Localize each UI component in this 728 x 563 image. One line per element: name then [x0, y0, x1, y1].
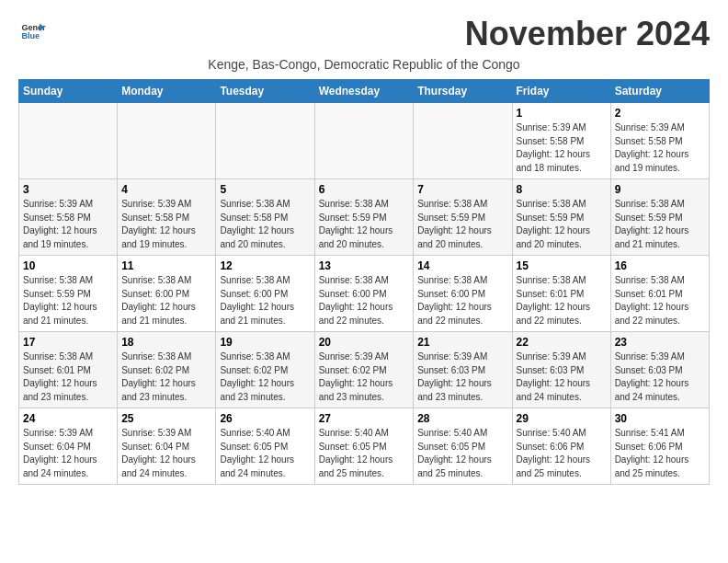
day-cell: [314, 103, 414, 179]
day-number: 25: [121, 412, 211, 425]
day-info: Sunrise: 5:39 AM Sunset: 6:03 PM Dayligh…: [517, 350, 607, 404]
day-cell: 10Sunrise: 5:38 AM Sunset: 5:59 PM Dayli…: [19, 256, 118, 332]
day-cell: 12Sunrise: 5:38 AM Sunset: 6:00 PM Dayli…: [216, 256, 314, 332]
day-cell: 2Sunrise: 5:39 AM Sunset: 5:58 PM Daylig…: [610, 103, 709, 179]
subtitle: Kenge, Bas-Congo, Democratic Republic of…: [18, 57, 710, 72]
day-cell: [414, 103, 512, 179]
day-cell: 17Sunrise: 5:38 AM Sunset: 6:01 PM Dayli…: [19, 332, 118, 408]
col-header-sunday: Sunday: [19, 80, 118, 103]
day-number: 6: [319, 183, 410, 196]
day-info: Sunrise: 5:39 AM Sunset: 5:58 PM Dayligh…: [121, 198, 211, 251]
day-info: Sunrise: 5:38 AM Sunset: 6:02 PM Dayligh…: [121, 350, 211, 404]
day-cell: 21Sunrise: 5:39 AM Sunset: 6:03 PM Dayli…: [414, 332, 512, 408]
col-header-monday: Monday: [118, 80, 216, 103]
day-cell: 24Sunrise: 5:39 AM Sunset: 6:04 PM Dayli…: [19, 408, 118, 485]
day-info: Sunrise: 5:38 AM Sunset: 6:01 PM Dayligh…: [23, 350, 113, 404]
calendar-body: 1Sunrise: 5:39 AM Sunset: 5:58 PM Daylig…: [19, 103, 710, 485]
day-info: Sunrise: 5:38 AM Sunset: 6:00 PM Dayligh…: [220, 274, 310, 327]
day-info: Sunrise: 5:41 AM Sunset: 6:06 PM Dayligh…: [615, 427, 705, 480]
day-number: 5: [220, 183, 310, 196]
day-info: Sunrise: 5:38 AM Sunset: 5:58 PM Dayligh…: [220, 198, 310, 251]
week-row-1: 1Sunrise: 5:39 AM Sunset: 5:58 PM Daylig…: [19, 103, 710, 179]
day-cell: 28Sunrise: 5:40 AM Sunset: 6:05 PM Dayli…: [414, 408, 512, 485]
day-cell: 16Sunrise: 5:38 AM Sunset: 6:01 PM Dayli…: [610, 256, 709, 332]
week-row-4: 17Sunrise: 5:38 AM Sunset: 6:01 PM Dayli…: [19, 332, 710, 408]
day-number: 9: [615, 183, 705, 196]
day-cell: [19, 103, 118, 179]
day-cell: 27Sunrise: 5:40 AM Sunset: 6:05 PM Dayli…: [314, 408, 414, 485]
day-number: 2: [615, 107, 705, 120]
day-number: 18: [121, 336, 211, 349]
col-header-thursday: Thursday: [414, 80, 512, 103]
week-row-3: 10Sunrise: 5:38 AM Sunset: 5:59 PM Dayli…: [19, 256, 710, 332]
day-cell: 23Sunrise: 5:39 AM Sunset: 6:03 PM Dayli…: [610, 332, 709, 408]
col-header-friday: Friday: [512, 80, 610, 103]
day-cell: 4Sunrise: 5:39 AM Sunset: 5:58 PM Daylig…: [118, 179, 216, 256]
day-number: 28: [417, 412, 507, 425]
day-info: Sunrise: 5:39 AM Sunset: 5:58 PM Dayligh…: [23, 198, 113, 251]
day-number: 14: [417, 259, 507, 272]
day-info: Sunrise: 5:38 AM Sunset: 6:00 PM Dayligh…: [121, 274, 211, 327]
day-info: Sunrise: 5:40 AM Sunset: 6:05 PM Dayligh…: [417, 427, 507, 480]
day-number: 15: [517, 259, 607, 272]
day-number: 17: [23, 336, 113, 349]
day-number: 24: [23, 412, 113, 425]
day-cell: 5Sunrise: 5:38 AM Sunset: 5:58 PM Daylig…: [216, 179, 314, 256]
day-number: 27: [319, 412, 410, 425]
day-info: Sunrise: 5:39 AM Sunset: 5:58 PM Dayligh…: [517, 121, 607, 175]
day-number: 21: [417, 336, 507, 349]
day-cell: 14Sunrise: 5:38 AM Sunset: 6:00 PM Dayli…: [414, 256, 512, 332]
day-cell: 20Sunrise: 5:39 AM Sunset: 6:02 PM Dayli…: [314, 332, 414, 408]
day-info: Sunrise: 5:38 AM Sunset: 5:59 PM Dayligh…: [417, 198, 507, 251]
day-number: 7: [417, 183, 507, 196]
day-number: 26: [220, 412, 310, 425]
day-info: Sunrise: 5:39 AM Sunset: 6:02 PM Dayligh…: [319, 350, 410, 404]
day-cell: 29Sunrise: 5:40 AM Sunset: 6:06 PM Dayli…: [512, 408, 610, 485]
svg-text:Blue: Blue: [21, 31, 40, 40]
day-cell: 18Sunrise: 5:38 AM Sunset: 6:02 PM Dayli…: [118, 332, 216, 408]
day-info: Sunrise: 5:38 AM Sunset: 5:59 PM Dayligh…: [319, 198, 410, 251]
day-info: Sunrise: 5:38 AM Sunset: 5:59 PM Dayligh…: [517, 198, 607, 251]
day-info: Sunrise: 5:38 AM Sunset: 6:00 PM Dayligh…: [417, 274, 507, 327]
day-of-week-header: SundayMondayTuesdayWednesdayThursdayFrid…: [19, 80, 710, 103]
day-cell: 25Sunrise: 5:39 AM Sunset: 6:04 PM Dayli…: [118, 408, 216, 485]
day-cell: [118, 103, 216, 179]
day-number: 19: [220, 336, 310, 349]
day-number: 20: [319, 336, 410, 349]
day-cell: 13Sunrise: 5:38 AM Sunset: 6:00 PM Dayli…: [314, 256, 414, 332]
header: General Blue November 2024: [18, 15, 710, 53]
day-cell: 19Sunrise: 5:38 AM Sunset: 6:02 PM Dayli…: [216, 332, 314, 408]
day-number: 10: [23, 259, 113, 272]
logo: General Blue: [18, 18, 46, 48]
day-cell: 8Sunrise: 5:38 AM Sunset: 5:59 PM Daylig…: [512, 179, 610, 256]
day-cell: 3Sunrise: 5:39 AM Sunset: 5:58 PM Daylig…: [19, 179, 118, 256]
day-info: Sunrise: 5:38 AM Sunset: 6:00 PM Dayligh…: [319, 274, 410, 327]
day-number: 3: [23, 183, 113, 196]
day-cell: 1Sunrise: 5:39 AM Sunset: 5:58 PM Daylig…: [512, 103, 610, 179]
day-info: Sunrise: 5:38 AM Sunset: 6:02 PM Dayligh…: [220, 350, 310, 404]
day-number: 12: [220, 259, 310, 272]
day-number: 8: [517, 183, 607, 196]
day-cell: 7Sunrise: 5:38 AM Sunset: 5:59 PM Daylig…: [414, 179, 512, 256]
day-info: Sunrise: 5:39 AM Sunset: 6:04 PM Dayligh…: [121, 427, 211, 480]
col-header-tuesday: Tuesday: [216, 80, 314, 103]
day-cell: 9Sunrise: 5:38 AM Sunset: 5:59 PM Daylig…: [610, 179, 709, 256]
day-number: 1: [517, 107, 607, 120]
day-info: Sunrise: 5:38 AM Sunset: 6:01 PM Dayligh…: [615, 274, 705, 327]
day-cell: 26Sunrise: 5:40 AM Sunset: 6:05 PM Dayli…: [216, 408, 314, 485]
month-title: November 2024: [465, 15, 710, 53]
week-row-2: 3Sunrise: 5:39 AM Sunset: 5:58 PM Daylig…: [19, 179, 710, 256]
day-number: 23: [615, 336, 705, 349]
day-cell: [216, 103, 314, 179]
day-info: Sunrise: 5:40 AM Sunset: 6:05 PM Dayligh…: [319, 427, 410, 480]
day-number: 11: [121, 259, 211, 272]
day-number: 22: [517, 336, 607, 349]
col-header-saturday: Saturday: [610, 80, 709, 103]
day-number: 16: [615, 259, 705, 272]
day-info: Sunrise: 5:38 AM Sunset: 5:59 PM Dayligh…: [23, 274, 113, 327]
day-info: Sunrise: 5:38 AM Sunset: 5:59 PM Dayligh…: [615, 198, 705, 251]
day-cell: 22Sunrise: 5:39 AM Sunset: 6:03 PM Dayli…: [512, 332, 610, 408]
day-cell: 15Sunrise: 5:38 AM Sunset: 6:01 PM Dayli…: [512, 256, 610, 332]
day-number: 13: [319, 259, 410, 272]
day-info: Sunrise: 5:40 AM Sunset: 6:05 PM Dayligh…: [220, 427, 310, 480]
